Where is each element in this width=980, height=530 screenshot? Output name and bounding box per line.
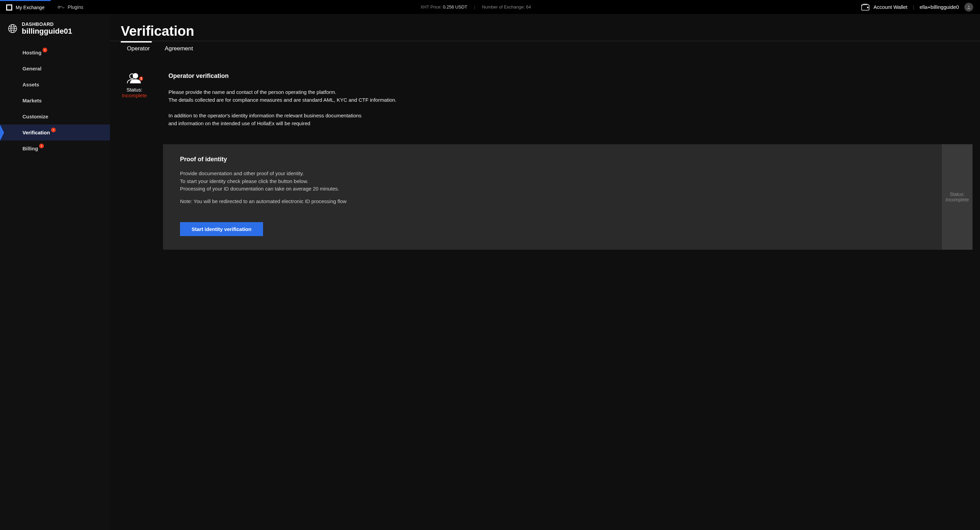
globe-icon xyxy=(8,24,18,34)
operator-paragraph: In addition to the operator's identity i… xyxy=(169,112,980,127)
dashboard-name: billingguide01 xyxy=(22,27,72,36)
topbar-center: XHT Price: 0.256 USDT | Number of Exchan… xyxy=(90,5,861,10)
operator-heading: Operator verification xyxy=(169,73,980,79)
plugins-label: Plugins xyxy=(68,5,83,10)
avatar[interactable] xyxy=(964,3,973,11)
tab-label: Agreement xyxy=(165,45,193,52)
main-content: Verification Operator Agreement xyxy=(110,14,980,530)
user-icon xyxy=(966,5,971,10)
status-column: Status: Incomplete xyxy=(121,73,148,127)
side-status-value: Incomplete xyxy=(946,197,969,202)
sidebar-item-assets[interactable]: Assets xyxy=(0,76,110,92)
svg-point-2 xyxy=(867,7,869,8)
price-label: XHT Price: xyxy=(420,5,443,10)
dashboard-header: DASHBOARD billingguide01 xyxy=(0,21,110,44)
alert-badge: ! xyxy=(39,144,44,148)
sidebar-item-label: Billing xyxy=(22,146,38,151)
divider: | xyxy=(913,4,914,10)
price-value: 0.256 USDT xyxy=(443,5,468,10)
text-line: and information on the intended use of H… xyxy=(169,121,310,126)
text-line: Processing of your ID documentation can … xyxy=(180,186,339,192)
alert-badge: ! xyxy=(51,128,56,132)
sidebar-item-markets[interactable]: Markets xyxy=(0,92,110,108)
text-line: To start your identity check please clic… xyxy=(180,178,308,184)
plugins-link[interactable]: Plugins xyxy=(51,5,90,10)
wallet-label: Account Wallet xyxy=(873,4,907,10)
operator-section: Status: Incomplete Operator verification… xyxy=(110,56,980,137)
sidebar-item-general[interactable]: General xyxy=(0,60,110,76)
side-status-label: Status: xyxy=(950,192,965,197)
tab-label: Operator xyxy=(127,45,150,52)
text-line: Provide documentation and other proof of… xyxy=(180,170,304,176)
tab-agreement[interactable]: Agreement xyxy=(159,43,202,56)
status-value: Incomplete xyxy=(122,92,147,98)
my-exchange-tab[interactable]: My Exchange xyxy=(0,0,51,14)
sidebar-item-label: Customize xyxy=(22,114,48,119)
top-bar: My Exchange Plugins XHT Price: 0.256 USD… xyxy=(0,0,980,14)
proof-card-status: Status: Incomplete xyxy=(942,144,972,250)
sidebar-item-label: General xyxy=(22,66,41,71)
status-label: Status: xyxy=(127,87,143,92)
topbar-left: My Exchange Plugins xyxy=(0,0,90,14)
svg-rect-11 xyxy=(141,79,142,80)
price-info: XHT Price: 0.256 USDT xyxy=(420,5,467,10)
sidebar: DASHBOARD billingguide01 Hosting! Genera… xyxy=(0,14,110,530)
text-line: The details collected are for compliance… xyxy=(169,97,396,103)
sidebar-item-label: Assets xyxy=(22,82,39,87)
svg-point-3 xyxy=(968,5,970,7)
start-verification-button[interactable]: Start identity verification xyxy=(180,222,263,236)
sidebar-item-label: Verification xyxy=(22,130,50,135)
sidebar-item-customize[interactable]: Customize xyxy=(0,108,110,124)
alert-badge: ! xyxy=(43,48,47,52)
operator-paragraph: Please provide the name and contact of t… xyxy=(169,89,980,104)
proof-heading: Proof of identity xyxy=(180,156,925,163)
sidebar-item-label: Markets xyxy=(22,98,42,103)
svg-rect-10 xyxy=(141,77,142,79)
operator-icon xyxy=(126,73,143,85)
proof-note: Note: You will be redirected to an autom… xyxy=(180,198,925,205)
sidebar-item-billing[interactable]: Billing! xyxy=(0,141,110,157)
text-line: In addition to the operator's identity i… xyxy=(169,113,361,118)
text-line: Please provide the name and contact of t… xyxy=(169,89,337,95)
plugin-icon xyxy=(57,5,64,10)
logo-icon xyxy=(6,5,12,11)
operator-text: Operator verification Please provide the… xyxy=(169,73,980,127)
wallet-icon xyxy=(861,4,870,11)
tab-operator[interactable]: Operator xyxy=(121,43,159,56)
tabs: Operator Agreement xyxy=(110,43,980,56)
account-wallet-link[interactable]: Account Wallet xyxy=(861,4,907,11)
sidebar-item-verification[interactable]: Verification! xyxy=(0,124,110,141)
sidebar-item-hosting[interactable]: Hosting! xyxy=(0,44,110,60)
divider: | xyxy=(474,5,475,10)
proof-paragraph: Provide documentation and other proof of… xyxy=(180,170,925,193)
topbar-right: Account Wallet | ella+billingguide0 xyxy=(861,3,980,11)
proof-card-main: Proof of identity Provide documentation … xyxy=(163,144,942,250)
exchange-count: Number of Exchange: 64 xyxy=(482,5,531,10)
app-name: My Exchange xyxy=(16,5,45,10)
dashboard-label: DASHBOARD xyxy=(22,21,72,27)
username[interactable]: ella+billingguide0 xyxy=(920,4,959,10)
svg-point-0 xyxy=(58,6,60,8)
nav-list: Hosting! General Assets Markets Customiz… xyxy=(0,44,110,157)
proof-card: Proof of identity Provide documentation … xyxy=(163,144,972,250)
page-title: Verification xyxy=(110,24,980,41)
sidebar-item-label: Hosting xyxy=(22,50,41,56)
